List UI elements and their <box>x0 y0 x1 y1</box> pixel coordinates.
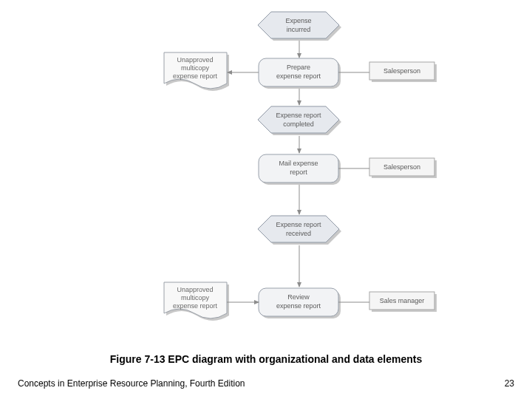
event3-l2: received <box>286 230 311 237</box>
page-number: 23 <box>505 378 514 389</box>
doc1-l1: Unapproved <box>177 56 213 64</box>
svg-marker-14 <box>258 106 339 133</box>
epc-diagram: Expense incurred Prepare expense report … <box>0 0 532 355</box>
doc2-l1: Unapproved <box>177 286 213 293</box>
event2-l2: completed <box>283 120 314 128</box>
event-expense-report-received: Expense report received <box>258 216 341 245</box>
org3-label: Sales manager <box>380 297 425 304</box>
org-salesperson-1: Salesperson <box>369 62 437 82</box>
doc2-l2: multicopy <box>181 294 210 301</box>
org-salesperson-2: Salesperson <box>369 158 437 178</box>
doc-unapproved-2: Unapproved multicopy expense report <box>164 282 229 321</box>
svg-marker-21 <box>258 216 339 242</box>
func3-l2: expense report <box>276 302 321 310</box>
function-prepare-expense-report: Prepare expense report <box>259 58 341 89</box>
function-mail-expense-report: Mail expense report <box>259 154 341 185</box>
org-sales-manager: Sales manager <box>369 292 437 312</box>
org1-label: Salesperson <box>383 67 420 75</box>
slide: { "caption": "Figure 7-13 EPC diagram wi… <box>0 0 532 399</box>
event1-l1: Expense <box>285 17 311 24</box>
figure-caption: Figure 7-13 EPC diagram with organizatio… <box>0 353 532 365</box>
function-review-expense-report: Review expense report <box>259 288 341 318</box>
func1-l2: expense report <box>276 72 321 80</box>
doc-unapproved-1: Unapproved multicopy expense report <box>164 52 229 91</box>
svg-marker-6 <box>258 12 339 38</box>
event3-l1: Expense report <box>276 221 321 228</box>
func2-l2: report <box>290 168 307 176</box>
func3-l1: Review <box>287 293 310 301</box>
doc2-l3: expense report <box>173 302 218 310</box>
event2-l1: Expense report <box>276 112 321 119</box>
event-expense-incurred: Expense incurred <box>258 12 341 41</box>
event1-l2: incurred <box>287 26 311 33</box>
func2-l1: Mail expense <box>279 160 318 167</box>
footer-text: Concepts in Enterprise Resource Planning… <box>18 378 245 389</box>
event-expense-report-completed: Expense report completed <box>258 106 341 135</box>
func1-l1: Prepare <box>287 64 310 71</box>
doc1-l2: multicopy <box>181 64 210 72</box>
org2-label: Salesperson <box>383 163 420 171</box>
doc1-l3: expense report <box>173 72 218 80</box>
